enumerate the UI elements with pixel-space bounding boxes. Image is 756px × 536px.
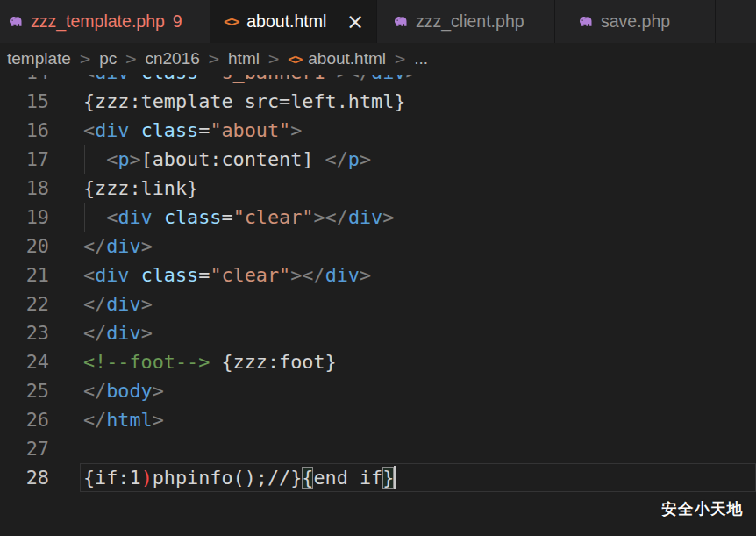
watermark-text: 安全小天地: [662, 498, 744, 519]
vscode-window: zzz_template.php9<>about.html×zzz_client…: [0, 0, 756, 536]
php-elephant-icon: [8, 14, 23, 29]
code-line-22[interactable]: 22</div>: [0, 289, 756, 318]
code-line-21[interactable]: 21<div class="clear"></div>: [0, 261, 756, 289]
code-line-27[interactable]: 27: [0, 434, 756, 463]
php-elephant-icon: [578, 14, 593, 29]
line-number: 19: [0, 203, 49, 232]
breadcrumb-item-about.html[interactable]: <>about.html: [288, 49, 386, 68]
breadcrumb-label: ...: [414, 49, 428, 68]
text-cursor: [394, 466, 396, 489]
code-text: <div class="about">: [49, 116, 302, 145]
breadcrumb-label: cn2016: [145, 49, 199, 68]
code-lines: 14<div class="s_banner1"></div>15{zzz:te…: [0, 75, 756, 492]
breadcrumb: template>pc>cn2016>html><>about.html>...: [0, 43, 756, 75]
tab-save.php[interactable]: save.php: [555, 0, 716, 43]
tab-zzz_client.php[interactable]: zzz_client.php: [377, 0, 555, 43]
html-code-icon: <>: [224, 13, 239, 30]
breadcrumb-label: template: [7, 49, 71, 68]
line-number: 21: [0, 261, 49, 289]
chevron-right-icon: >: [394, 50, 406, 68]
code-text: <div class="s_banner1"></div>: [49, 75, 417, 87]
chevron-right-icon: >: [79, 50, 91, 68]
php-elephant-icon: [393, 14, 408, 29]
breadcrumb-item-html[interactable]: html: [228, 49, 260, 68]
html-code-icon: <>: [288, 49, 308, 68]
line-number: 28: [0, 463, 49, 492]
breadcrumb-item-cn2016[interactable]: cn2016: [145, 49, 199, 68]
code-editor[interactable]: 14<div class="s_banner1"></div>15{zzz:te…: [0, 75, 756, 536]
line-number: 27: [0, 434, 49, 463]
line-number: 25: [0, 376, 49, 405]
chevron-right-icon: >: [267, 50, 280, 68]
tab-label: zzz_client.php: [416, 11, 524, 32]
tab-label: save.php: [601, 11, 670, 32]
chevron-right-icon: >: [125, 50, 137, 68]
code-line-26[interactable]: 26</html>: [0, 405, 756, 434]
line-number: 24: [0, 347, 49, 376]
code-line-19[interactable]: 19 <div class="clear"></div>: [0, 203, 756, 232]
line-number: 22: [0, 289, 49, 318]
code-text: </html>: [49, 405, 164, 434]
code-line-20[interactable]: 20</div>: [0, 232, 756, 261]
breadcrumb-item-template[interactable]: template: [7, 49, 71, 68]
code-text: {zzz:link}: [49, 174, 198, 203]
code-line-15[interactable]: 15{zzz:template src=left.html}: [0, 87, 756, 116]
breadcrumb-label: html: [228, 49, 260, 68]
line-number: 16: [0, 116, 49, 145]
problems-count-badge: 9: [173, 11, 182, 32]
close-icon[interactable]: ×: [345, 11, 366, 32]
breadcrumb-label: pc: [99, 49, 117, 68]
line-number: 14: [0, 75, 49, 87]
tab-bar: zzz_template.php9<>about.html×zzz_client…: [0, 0, 756, 43]
code-line-14[interactable]: 14<div class="s_banner1"></div>: [0, 75, 756, 87]
line-number: 18: [0, 174, 49, 203]
code-text: </div>: [49, 232, 153, 261]
code-text: <p>[about:content] </p>: [49, 145, 371, 174]
code-text: <div class="clear"></div>: [49, 261, 371, 289]
code-line-18[interactable]: 18{zzz:link}: [0, 174, 756, 203]
indent-guide: [84, 203, 85, 232]
breadcrumb-label: about.html: [308, 49, 386, 68]
code-line-23[interactable]: 23</div>: [0, 318, 756, 347]
code-text: </div>: [49, 289, 153, 318]
code-line-24[interactable]: 24<!--foot--> {zzz:foot}: [0, 347, 756, 376]
line-number: 23: [0, 318, 49, 347]
indent-guide: [84, 145, 85, 174]
chevron-right-icon: >: [208, 50, 220, 68]
code-line-16[interactable]: 16<div class="about">: [0, 116, 756, 145]
code-line-25[interactable]: 25</body>: [0, 376, 756, 405]
line-number: 17: [0, 145, 49, 174]
line-number: 15: [0, 87, 49, 116]
code-text: </body>: [49, 376, 164, 405]
tab-about.html[interactable]: <>about.html×: [210, 0, 377, 43]
code-line-17[interactable]: 17 <p>[about:content] </p>: [0, 145, 756, 174]
line-number: 26: [0, 405, 49, 434]
code-text: </div>: [49, 318, 153, 347]
tab-label: zzz_template.php: [31, 11, 165, 32]
tab-zzz_template.php[interactable]: zzz_template.php9: [0, 0, 210, 43]
line-number: 20: [0, 232, 49, 261]
code-text: <!--foot--> {zzz:foot}: [49, 347, 337, 376]
breadcrumb-item-...[interactable]: ...: [414, 49, 428, 68]
code-text: {zzz:template src=left.html}: [49, 87, 405, 116]
code-text: {if:1)phpinfo();//}{end if}: [49, 463, 396, 492]
tab-label: about.html: [246, 11, 326, 32]
code-text: [49, 434, 83, 463]
breadcrumb-item-pc[interactable]: pc: [99, 49, 117, 68]
code-line-28[interactable]: 28{if:1)phpinfo();//}{end if}: [0, 463, 756, 492]
code-text: <div class="clear"></div>: [49, 203, 394, 232]
